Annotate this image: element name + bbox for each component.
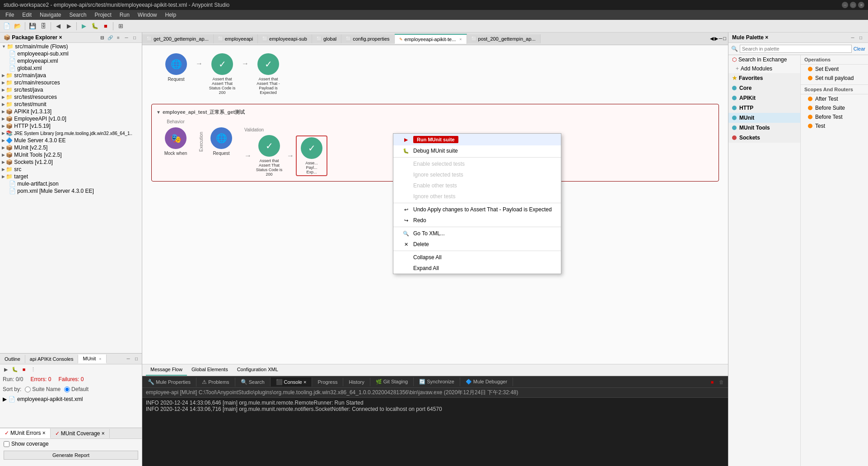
tab-minimize[interactable]: ─ bbox=[719, 36, 723, 42]
tab-post-200[interactable]: ⬜post_200_gettempin_ap... bbox=[467, 34, 541, 43]
tree-item-http[interactable]: ▶📦 HTTP [v1.5.19] bbox=[0, 122, 142, 130]
console-tab-search[interactable]: 🔍 Search bbox=[235, 377, 271, 387]
menu-search[interactable]: Search bbox=[65, 11, 90, 19]
palette-test[interactable]: Test bbox=[801, 121, 868, 130]
palette-after-test[interactable]: After Test bbox=[801, 94, 868, 103]
palette-munit[interactable]: MUnit bbox=[728, 113, 800, 123]
ctx-delete[interactable]: ✕ Delete bbox=[393, 239, 561, 250]
toolbar-run[interactable]: ▶ bbox=[79, 21, 89, 31]
toolbar-forward[interactable]: ▶ bbox=[64, 21, 74, 31]
minimize-panel-icon[interactable]: ─ bbox=[123, 34, 130, 41]
mock-when-node[interactable]: 🎭 Mock when bbox=[160, 127, 191, 156]
link-editor-icon[interactable]: 🔗 bbox=[107, 34, 114, 41]
sort-suite-option[interactable]: Suite Name bbox=[25, 386, 61, 392]
ctx-undo[interactable]: ↩ Undo Apply changes to Assert That - Pa… bbox=[393, 204, 561, 215]
menu-icon[interactable]: ≡ bbox=[115, 34, 122, 41]
munit-stop-btn[interactable]: ■ bbox=[20, 365, 28, 373]
tab-get-200[interactable]: ⬜get_200_gettempin_ap... bbox=[142, 34, 214, 43]
search-exchange-item[interactable]: ⬡ Search in Exchange bbox=[728, 55, 800, 64]
maximize-button[interactable]: □ bbox=[850, 2, 856, 8]
toolbar-stop[interactable]: ■ bbox=[101, 21, 111, 31]
tab-scroll-right[interactable]: ▶ bbox=[714, 36, 718, 42]
flow-tab-config[interactable]: Configuration XML bbox=[233, 366, 283, 376]
tree-item-test-munit[interactable]: ▶📁 src/test/munit bbox=[0, 101, 142, 108]
toolbar-save[interactable]: 💾 bbox=[28, 21, 37, 31]
palette-add-modules[interactable]: + Add Modules bbox=[728, 64, 800, 73]
tree-item-test-resources[interactable]: ▶📁 src/test/resources bbox=[0, 93, 142, 101]
menu-edit[interactable]: Edit bbox=[19, 11, 35, 19]
menu-navigate[interactable]: Navigate bbox=[36, 11, 65, 19]
toolbar-perspectives[interactable]: ⊞ bbox=[116, 21, 126, 31]
console-tab-synchronize[interactable]: 🔄 Synchronize bbox=[414, 377, 460, 386]
console-tab-history[interactable]: History bbox=[343, 378, 370, 386]
palette-before-test[interactable]: Before Test bbox=[801, 112, 868, 121]
tree-item-employeeapi-lib[interactable]: ▶📦 EmployeeAPI [v1.0.0] bbox=[0, 115, 142, 122]
munit-run-btn[interactable]: ▶ bbox=[2, 365, 10, 373]
tree-item-src[interactable]: ▶📁 src bbox=[0, 166, 142, 173]
palette-minimize[interactable]: ─ bbox=[849, 34, 856, 41]
munit-suite-item[interactable]: ▶📄employeeapi-apikit-test.xml bbox=[0, 394, 142, 404]
tree-item-mule-server[interactable]: ▶🔷 Mule Server 4.3.0 EE bbox=[0, 137, 142, 144]
menu-help[interactable]: Help bbox=[162, 11, 180, 19]
palette-core[interactable]: Core bbox=[728, 83, 800, 93]
close-button[interactable]: ✕ bbox=[858, 2, 864, 8]
console-tab-debugger[interactable]: 🔷 Mule Debugger bbox=[460, 377, 513, 386]
tree-item-target[interactable]: ▶📁 target bbox=[0, 173, 142, 180]
tree-item-munit-lib[interactable]: ▶📦 MUnit [v2.2.5] bbox=[0, 144, 142, 151]
tree-item-apikit[interactable]: ▶📦 APIKit [v1.3.13] bbox=[0, 108, 142, 115]
menu-project[interactable]: Project bbox=[91, 11, 115, 19]
exec-request-node[interactable]: 🌐 Request bbox=[205, 127, 237, 156]
menu-window[interactable]: Window bbox=[134, 11, 161, 19]
palette-apikit[interactable]: APIKit bbox=[728, 93, 800, 103]
menu-file[interactable]: File bbox=[2, 11, 18, 19]
tab-munit-errors[interactable]: ✓ MUnit Errors × bbox=[0, 429, 51, 438]
generate-report-button[interactable]: Generate Report bbox=[4, 451, 138, 460]
tab-apikit[interactable]: api APIKit Consoles bbox=[25, 355, 79, 363]
ctx-debug-munit[interactable]: 🐛 Debug MUnit suite bbox=[393, 145, 561, 156]
palette-maximize[interactable]: □ bbox=[857, 34, 864, 41]
sort-default-option[interactable]: Default bbox=[64, 386, 89, 392]
menu-run[interactable]: Run bbox=[116, 11, 133, 19]
toolbar-open[interactable]: 📂 bbox=[13, 21, 23, 31]
tree-item-main-java[interactable]: ▶📁 src/main/java bbox=[0, 72, 142, 79]
toolbar-back[interactable]: ◀ bbox=[53, 21, 63, 31]
bl-maximize-icon[interactable]: □ bbox=[133, 355, 140, 363]
console-tab-git[interactable]: 🌿 Git Staging bbox=[370, 377, 414, 386]
palette-favorites[interactable]: ★ Favorites bbox=[728, 73, 800, 83]
palette-sockets[interactable]: Sockets bbox=[728, 133, 800, 143]
tree-item-pom[interactable]: 📄 pom.xml [Mule Server 4.3.0 EE] bbox=[0, 187, 142, 195]
tab-maximize[interactable]: □ bbox=[723, 36, 726, 42]
console-stop-btn[interactable]: ■ bbox=[708, 378, 716, 386]
tree-item-munit-tools-lib[interactable]: ▶📦 MUnit Tools [v2.2.5] bbox=[0, 151, 142, 158]
ctx-run-munit[interactable]: ▶ Run MUnit suite bbox=[393, 134, 561, 145]
toolbar-new[interactable]: 📄 bbox=[2, 21, 12, 31]
tab-outline[interactable]: Outline bbox=[0, 355, 25, 363]
val-assert1-node[interactable]: ✓ Assert thatAssert ThatStatus Code is20… bbox=[253, 135, 285, 177]
ctx-collapse-all[interactable]: Collapse All bbox=[393, 252, 561, 263]
tab-config-properties[interactable]: ⬜config.properties bbox=[341, 34, 394, 43]
tree-item-test-java[interactable]: ▶📁 src/test/java bbox=[0, 86, 142, 93]
val-assert2-node[interactable]: ✓ Asse...Payl...Exp... bbox=[296, 135, 327, 176]
tree-item-flows[interactable]: ▼📁 src/main/mule (Flows) bbox=[0, 43, 142, 50]
tree-item-global[interactable]: 📄 global.xml bbox=[0, 65, 142, 72]
minimize-button[interactable]: ─ bbox=[842, 2, 848, 8]
palette-munit-tools[interactable]: MUnit Tools bbox=[728, 123, 800, 133]
tree-item-mule-artifact[interactable]: 📄 mule-artifact.json bbox=[0, 180, 142, 187]
console-tab-problems[interactable]: ⚠ Problems bbox=[196, 377, 235, 387]
console-tab-console[interactable]: ⬛ Console × bbox=[271, 377, 313, 387]
munit-debug-btn[interactable]: 🐛 bbox=[11, 365, 19, 373]
tree-item-employeeapi[interactable]: 📄 employeeapi.xml bbox=[0, 57, 142, 65]
console-tab-progress[interactable]: Progress bbox=[312, 378, 343, 386]
palette-op-set-null-payload[interactable]: Set null payload bbox=[801, 74, 868, 83]
tree-item-employeeapi-sub[interactable]: 📄 employeeapi-sub.xml bbox=[0, 50, 142, 57]
tree-item-sockets-lib[interactable]: ▶📦 Sockets [v1.2.0] bbox=[0, 158, 142, 166]
top-assert1-node[interactable]: ✓ Assert thatAssert ThatStatus Code is20… bbox=[206, 53, 238, 95]
console-clear-btn[interactable]: 🗑 bbox=[717, 378, 725, 386]
tree-item-jre[interactable]: ▶📚 JRE System Library [org.mule.tooling.… bbox=[0, 130, 142, 137]
palette-search-input[interactable] bbox=[740, 45, 852, 53]
toolbar-debug[interactable]: 🐛 bbox=[90, 21, 100, 31]
palette-before-suite[interactable]: Before Suite bbox=[801, 103, 868, 112]
palette-http[interactable]: HTTP bbox=[728, 103, 800, 113]
top-request-node[interactable]: 🌐 Request bbox=[160, 53, 192, 82]
console-tab-mule-props[interactable]: 🔧 Mule Properties bbox=[142, 377, 196, 387]
